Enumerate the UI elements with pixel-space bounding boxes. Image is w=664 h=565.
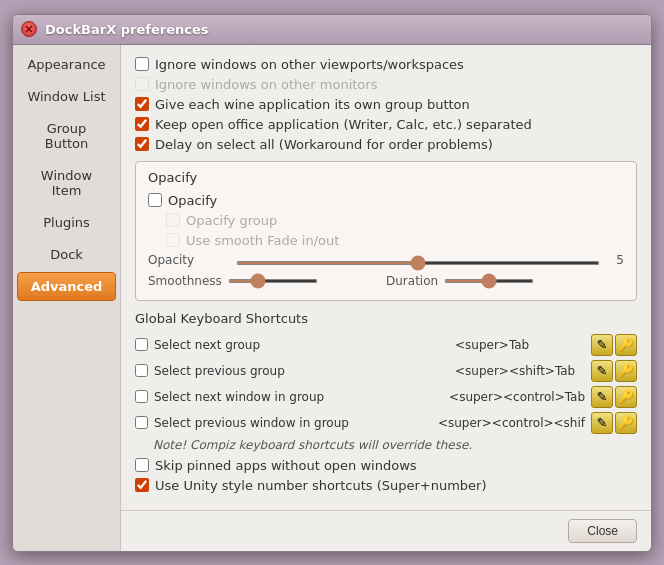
kb-prev-window-edit-icon[interactable]: ✎ — [591, 412, 613, 434]
kb-next-window-shortcut: <super><control>Tab — [449, 390, 585, 404]
sidebar-item-appearance[interactable]: Appearance — [17, 50, 116, 79]
duration-label: Duration — [386, 274, 438, 288]
kb-next-group-icons: ✎ 🔑 — [591, 334, 637, 356]
opacify-group-row: Opacify group — [166, 213, 624, 228]
kb-row-2: Select previous group <super><shift>Tab … — [135, 360, 637, 382]
kb-prev-group-edit-icon[interactable]: ✎ — [591, 360, 613, 382]
wine-group-checkbox[interactable] — [135, 97, 149, 111]
ignore-viewports-checkbox[interactable] — [135, 57, 149, 71]
keyboard-section: Global Keyboard Shortcuts Select next gr… — [135, 311, 637, 493]
smoothness-slider[interactable] — [228, 279, 318, 283]
preferences-window: DockBarX preferences Appearance Window L… — [12, 14, 652, 552]
opacify-label[interactable]: Opacify — [168, 193, 217, 208]
ignore-monitors-checkbox[interactable] — [135, 77, 149, 91]
kb-prev-group-checkbox[interactable] — [135, 364, 148, 377]
ignore-monitors-row: Ignore windows on other monitors — [135, 77, 637, 92]
footer: Close — [121, 510, 651, 551]
kb-next-window-key-icon[interactable]: 🔑 — [615, 386, 637, 408]
window-body: Appearance Window List Group Button Wind… — [13, 45, 651, 551]
skip-pinned-label[interactable]: Skip pinned apps without open windows — [155, 458, 417, 473]
delay-select-label[interactable]: Delay on select all (Workaround for orde… — [155, 137, 493, 152]
kb-next-window-checkbox[interactable] — [135, 390, 148, 403]
delay-select-checkbox[interactable] — [135, 137, 149, 151]
openoffice-label[interactable]: Keep open office application (Writer, Ca… — [155, 117, 532, 132]
kb-prev-window-icons: ✎ 🔑 — [591, 412, 637, 434]
opacity-row: Opacity 5 — [148, 253, 624, 268]
kb-next-window-edit-icon[interactable]: ✎ — [591, 386, 613, 408]
opacity-value: 5 — [608, 253, 624, 267]
kb-prev-window-key-icon[interactable]: 🔑 — [615, 412, 637, 434]
kb-prev-group-key-icon[interactable]: 🔑 — [615, 360, 637, 382]
kb-next-window-icons: ✎ 🔑 — [591, 386, 637, 408]
kb-next-group-shortcut: <super>Tab — [455, 338, 585, 352]
smoothness-duration-row: Smoothness Duration — [148, 274, 624, 288]
window-title: DockBarX preferences — [45, 22, 208, 37]
opacity-slider[interactable] — [236, 261, 600, 265]
opacify-group: Opacify Opacify Opacify group Use smooth… — [135, 161, 637, 301]
kb-next-window-label: Select next window in group — [154, 390, 443, 404]
smoothness-item: Smoothness — [148, 274, 386, 288]
unity-shortcuts-checkbox[interactable] — [135, 478, 149, 492]
kb-next-group-edit-icon[interactable]: ✎ — [591, 334, 613, 356]
kb-row-1: Select next group <super>Tab ✎ 🔑 — [135, 334, 637, 356]
sidebar: Appearance Window List Group Button Wind… — [13, 45, 121, 551]
sidebar-item-dock[interactable]: Dock — [17, 240, 116, 269]
kb-row-4: Select previous window in group <super><… — [135, 412, 637, 434]
skip-pinned-checkbox[interactable] — [135, 458, 149, 472]
openoffice-checkbox[interactable] — [135, 117, 149, 131]
sidebar-item-group-button[interactable]: Group Button — [17, 114, 116, 158]
kb-next-group-key-icon[interactable]: 🔑 — [615, 334, 637, 356]
smooth-fade-label: Use smooth Fade in/out — [186, 233, 339, 248]
openoffice-row: Keep open office application (Writer, Ca… — [135, 117, 637, 132]
ignore-viewports-label[interactable]: Ignore windows on other viewports/worksp… — [155, 57, 464, 72]
smooth-fade-checkbox[interactable] — [166, 233, 180, 247]
wine-group-row: Give each wine application its own group… — [135, 97, 637, 112]
titlebar: DockBarX preferences — [13, 15, 651, 45]
kb-prev-group-icons: ✎ 🔑 — [591, 360, 637, 382]
kb-prev-window-shortcut: <super><control><shif — [438, 416, 585, 430]
delay-select-row: Delay on select all (Workaround for orde… — [135, 137, 637, 152]
kb-next-group-label: Select next group — [154, 338, 449, 352]
opacify-title: Opacify — [148, 170, 624, 185]
compiz-note: Note! Compiz keyboard shortcuts will ove… — [153, 438, 637, 452]
kb-prev-window-checkbox[interactable] — [135, 416, 148, 429]
ignore-monitors-label: Ignore windows on other monitors — [155, 77, 377, 92]
wine-group-label[interactable]: Give each wine application its own group… — [155, 97, 470, 112]
kb-row-3: Select next window in group <super><cont… — [135, 386, 637, 408]
sidebar-item-window-list[interactable]: Window List — [17, 82, 116, 111]
close-button[interactable]: Close — [568, 519, 637, 543]
sidebar-item-advanced[interactable]: Advanced — [17, 272, 116, 301]
kb-prev-group-shortcut: <super><shift>Tab — [455, 364, 585, 378]
opacify-checkbox-row: Opacify — [148, 193, 624, 208]
opacify-checkbox[interactable] — [148, 193, 162, 207]
sidebar-item-window-item[interactable]: Window Item — [17, 161, 116, 205]
kb-prev-group-label: Select previous group — [154, 364, 449, 378]
skip-pinned-row: Skip pinned apps without open windows — [135, 458, 637, 473]
opacify-group-checkbox[interactable] — [166, 213, 180, 227]
kb-next-group-checkbox[interactable] — [135, 338, 148, 351]
keyboard-title: Global Keyboard Shortcuts — [135, 311, 637, 326]
unity-shortcuts-row: Use Unity style number shortcuts (Super+… — [135, 478, 637, 493]
close-window-button[interactable] — [21, 21, 37, 37]
smoothness-label: Smoothness — [148, 274, 222, 288]
main-panel: Ignore windows on other viewports/worksp… — [121, 45, 651, 510]
duration-item: Duration — [386, 274, 624, 288]
smooth-fade-row: Use smooth Fade in/out — [166, 233, 624, 248]
kb-prev-window-label: Select previous window in group — [154, 416, 432, 430]
opacify-group-label: Opacify group — [186, 213, 277, 228]
unity-shortcuts-label[interactable]: Use Unity style number shortcuts (Super+… — [155, 478, 487, 493]
ignore-viewports-row: Ignore windows on other viewports/worksp… — [135, 57, 637, 72]
opacity-label: Opacity — [148, 253, 228, 267]
sidebar-item-plugins[interactable]: Plugins — [17, 208, 116, 237]
opacity-slider-container — [236, 253, 600, 268]
duration-slider[interactable] — [444, 279, 534, 283]
